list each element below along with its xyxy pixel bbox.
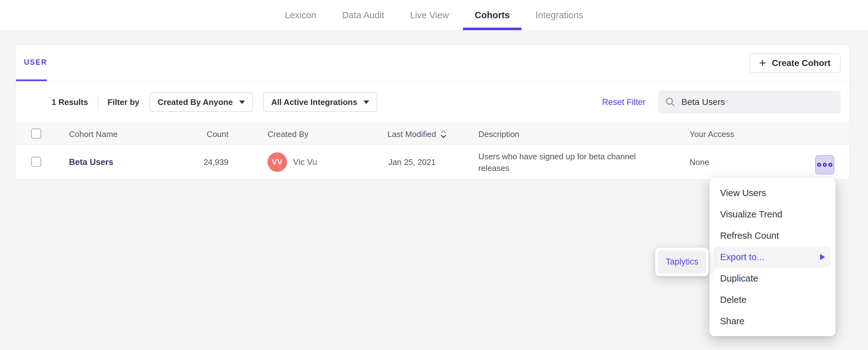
integrations-dropdown-value: All Active Integrations (271, 97, 358, 107)
cohorts-card: USER + Create Cohort 1 Results Filter by… (16, 45, 850, 180)
menu-item-delete[interactable]: Delete (714, 289, 831, 310)
ellipsis-icon (817, 163, 821, 167)
your-access-value: None (689, 145, 709, 180)
cohort-count: 24,939 (167, 145, 228, 180)
column-header-cohort-name: Cohort Name (69, 123, 118, 145)
column-header-count: Count (167, 123, 228, 145)
column-header-description: Description (478, 123, 519, 145)
menu-item-visualize-trend[interactable]: Visualize Trend (714, 204, 831, 225)
nav-tab-cohorts[interactable]: Cohorts (463, 0, 521, 30)
tab-user[interactable]: USER (24, 45, 47, 80)
search-box[interactable] (658, 91, 841, 113)
menu-item-share[interactable]: Share (714, 310, 831, 332)
cohort-description: Users who have signed up for beta channe… (478, 145, 655, 180)
row-actions-button[interactable] (815, 155, 834, 174)
vertical-divider (98, 96, 98, 108)
row-context-menu: View Users Visualize Trend Refresh Count… (709, 178, 836, 336)
create-cohort-label: Create Cohort (772, 58, 831, 68)
nav-tab-label: Integrations (536, 10, 584, 21)
export-submenu: Taplytics (655, 248, 709, 276)
nav-tab-label: Lexicon (285, 10, 316, 21)
tab-user-label: USER (24, 58, 47, 67)
last-modified-date: Jan 25, 2021 (389, 145, 436, 180)
select-all-checkbox[interactable] (31, 129, 41, 139)
created-by-dropdown-value: Created By Anyone (158, 97, 233, 107)
export-to-label: Export to... (720, 252, 764, 262)
results-count: 1 Results (52, 97, 88, 107)
search-icon (665, 97, 676, 107)
reset-filter-link[interactable]: Reset Filter (602, 97, 646, 107)
nav-tab-label: Cohorts (474, 10, 509, 21)
ellipsis-icon (823, 163, 827, 167)
user-tab-underline (16, 79, 47, 81)
column-header-last-modified[interactable]: Last Modified (388, 123, 447, 145)
nav-tab-data-audit[interactable]: Data Audit (331, 0, 396, 30)
integrations-dropdown[interactable]: All Active Integrations (263, 92, 378, 112)
filter-bar: 1 Results Filter by Created By Anyone Al… (16, 81, 849, 123)
menu-item-refresh-count[interactable]: Refresh Count (714, 225, 831, 246)
menu-item-view-users[interactable]: View Users (714, 182, 831, 204)
column-header-your-access: Your Access (689, 123, 734, 145)
nav-tab-live-view[interactable]: Live View (398, 0, 461, 30)
menu-item-export-to[interactable]: Export to... (714, 246, 831, 268)
create-cohort-button[interactable]: + Create Cohort (749, 54, 841, 73)
cohort-name-link[interactable]: Beta Users (69, 158, 113, 167)
nav-tab-label: Live View (410, 10, 449, 21)
chevron-down-icon (364, 101, 369, 104)
submenu-arrow-icon (820, 254, 825, 260)
chevron-down-icon (239, 101, 245, 104)
cohort-type-tabs-row: USER + Create Cohort (16, 45, 849, 81)
active-tab-underline (463, 28, 521, 30)
search-input[interactable] (681, 97, 834, 107)
nav-tab-integrations[interactable]: Integrations (524, 0, 595, 30)
created-by-name: Vic Vu (293, 145, 317, 180)
nav-tab-label: Data Audit (342, 10, 384, 21)
column-header-created-by: Created By (268, 123, 308, 145)
row-checkbox[interactable] (31, 157, 41, 167)
created-by-dropdown[interactable]: Created By Anyone (150, 92, 253, 112)
submenu-item-taplytics[interactable]: Taplytics (658, 250, 706, 273)
table-row: Beta Users 24,939 VV Vic Vu Jan 25, 2021… (16, 145, 849, 180)
top-navigation: Lexicon Data Audit Live View Cohorts Int… (0, 0, 868, 31)
ellipsis-icon (828, 163, 832, 167)
table-header-row: Cohort Name Count Created By Last Modifi… (16, 123, 849, 145)
menu-item-duplicate[interactable]: Duplicate (714, 268, 831, 289)
sort-descending-icon[interactable] (440, 130, 447, 139)
avatar: VV (268, 152, 287, 172)
last-modified-label: Last Modified (388, 130, 436, 139)
filter-by-label: Filter by (107, 97, 140, 107)
nav-tab-lexicon[interactable]: Lexicon (273, 0, 328, 30)
